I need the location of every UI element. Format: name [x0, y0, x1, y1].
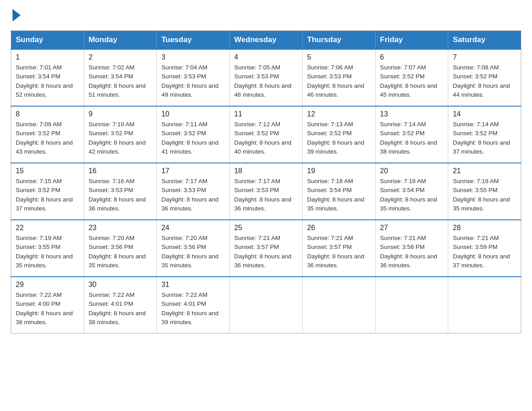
- day-info: Sunrise: 7:21 AMSunset: 3:58 PMDaylight:…: [380, 234, 444, 270]
- calendar-cell: 4 Sunrise: 7:05 AMSunset: 3:53 PMDayligh…: [230, 49, 303, 106]
- calendar-cell: 10 Sunrise: 7:11 AMSunset: 3:52 PMDaylig…: [157, 106, 230, 163]
- day-info: Sunrise: 7:15 AMSunset: 3:52 PMDaylight:…: [16, 177, 79, 213]
- calendar-week-row: 22 Sunrise: 7:19 AMSunset: 3:55 PMDaylig…: [11, 220, 521, 277]
- day-info: Sunrise: 7:22 AMSunset: 4:01 PMDaylight:…: [89, 291, 152, 327]
- calendar-header-friday: Friday: [375, 31, 448, 50]
- day-number: 25: [234, 224, 298, 232]
- calendar-cell: 9 Sunrise: 7:10 AMSunset: 3:52 PMDayligh…: [84, 106, 157, 163]
- day-info: Sunrise: 7:18 AMSunset: 3:54 PMDaylight:…: [380, 177, 444, 213]
- day-number: 20: [380, 167, 444, 175]
- day-info: Sunrise: 7:11 AMSunset: 3:52 PMDaylight:…: [161, 120, 225, 156]
- day-info: Sunrise: 7:20 AMSunset: 3:56 PMDaylight:…: [89, 234, 152, 270]
- day-number: 27: [380, 224, 444, 232]
- calendar-header-thursday: Thursday: [302, 31, 375, 50]
- day-number: 8: [16, 110, 79, 118]
- calendar-header-sunday: Sunday: [11, 31, 84, 50]
- calendar-header-wednesday: Wednesday: [230, 31, 303, 50]
- day-info: Sunrise: 7:21 AMSunset: 3:57 PMDaylight:…: [234, 234, 298, 270]
- day-info: Sunrise: 7:14 AMSunset: 3:52 PMDaylight:…: [380, 120, 444, 156]
- calendar-cell: 25 Sunrise: 7:21 AMSunset: 3:57 PMDaylig…: [230, 220, 303, 277]
- calendar-week-row: 29 Sunrise: 7:22 AMSunset: 4:00 PMDaylig…: [11, 277, 521, 334]
- day-info: Sunrise: 7:12 AMSunset: 3:52 PMDaylight:…: [234, 120, 298, 156]
- day-number: 7: [453, 53, 516, 61]
- calendar-header-tuesday: Tuesday: [157, 31, 230, 50]
- day-number: 4: [234, 53, 298, 61]
- calendar-cell: 15 Sunrise: 7:15 AMSunset: 3:52 PMDaylig…: [11, 163, 84, 220]
- day-number: 26: [307, 224, 371, 232]
- calendar-cell: 8 Sunrise: 7:09 AMSunset: 3:52 PMDayligh…: [11, 106, 84, 163]
- calendar-cell: 18 Sunrise: 7:17 AMSunset: 3:53 PMDaylig…: [230, 163, 303, 220]
- day-info: Sunrise: 7:13 AMSunset: 3:52 PMDaylight:…: [307, 120, 371, 156]
- calendar-cell: 3 Sunrise: 7:04 AMSunset: 3:53 PMDayligh…: [157, 49, 230, 106]
- day-number: 14: [453, 110, 516, 118]
- calendar-cell: 23 Sunrise: 7:20 AMSunset: 3:56 PMDaylig…: [84, 220, 157, 277]
- day-number: 19: [307, 167, 371, 175]
- day-number: 29: [16, 281, 79, 289]
- calendar-cell: 21 Sunrise: 7:19 AMSunset: 3:55 PMDaylig…: [448, 163, 521, 220]
- day-number: 15: [16, 167, 79, 175]
- calendar-cell: 20 Sunrise: 7:18 AMSunset: 3:54 PMDaylig…: [375, 163, 448, 220]
- logo-arrow-icon: [13, 9, 21, 21]
- calendar-cell: 26 Sunrise: 7:21 AMSunset: 3:57 PMDaylig…: [302, 220, 375, 277]
- day-number: 13: [380, 110, 444, 118]
- calendar-cell: 6 Sunrise: 7:07 AMSunset: 3:52 PMDayligh…: [375, 49, 448, 106]
- day-number: 10: [161, 110, 225, 118]
- day-number: 2: [89, 53, 152, 61]
- calendar-table: SundayMondayTuesdayWednesdayThursdayFrid…: [11, 30, 521, 334]
- day-number: 30: [89, 281, 152, 289]
- day-info: Sunrise: 7:22 AMSunset: 4:01 PMDaylight:…: [161, 291, 225, 327]
- day-info: Sunrise: 7:02 AMSunset: 3:54 PMDaylight:…: [89, 63, 152, 99]
- day-info: Sunrise: 7:17 AMSunset: 3:53 PMDaylight:…: [161, 177, 225, 213]
- day-info: Sunrise: 7:04 AMSunset: 3:53 PMDaylight:…: [161, 63, 225, 99]
- day-info: Sunrise: 7:16 AMSunset: 3:53 PMDaylight:…: [89, 177, 152, 213]
- day-info: Sunrise: 7:09 AMSunset: 3:52 PMDaylight:…: [16, 120, 79, 156]
- calendar-cell: 2 Sunrise: 7:02 AMSunset: 3:54 PMDayligh…: [84, 49, 157, 106]
- logo: [11, 11, 21, 21]
- day-info: Sunrise: 7:14 AMSunset: 3:52 PMDaylight:…: [453, 120, 516, 156]
- calendar-cell: 19 Sunrise: 7:18 AMSunset: 3:54 PMDaylig…: [302, 163, 375, 220]
- day-number: 11: [234, 110, 298, 118]
- day-info: Sunrise: 7:17 AMSunset: 3:53 PMDaylight:…: [234, 177, 298, 213]
- day-info: Sunrise: 7:18 AMSunset: 3:54 PMDaylight:…: [307, 177, 371, 213]
- calendar-cell: 17 Sunrise: 7:17 AMSunset: 3:53 PMDaylig…: [157, 163, 230, 220]
- calendar-cell: [230, 277, 303, 334]
- day-info: Sunrise: 7:07 AMSunset: 3:52 PMDaylight:…: [380, 63, 444, 99]
- calendar-cell: 30 Sunrise: 7:22 AMSunset: 4:01 PMDaylig…: [84, 277, 157, 334]
- calendar-cell: [448, 277, 521, 334]
- calendar-cell: 12 Sunrise: 7:13 AMSunset: 3:52 PMDaylig…: [302, 106, 375, 163]
- calendar-cell: 13 Sunrise: 7:14 AMSunset: 3:52 PMDaylig…: [375, 106, 448, 163]
- day-number: 31: [161, 281, 225, 289]
- calendar-cell: 22 Sunrise: 7:19 AMSunset: 3:55 PMDaylig…: [11, 220, 84, 277]
- calendar-cell: 1 Sunrise: 7:01 AMSunset: 3:54 PMDayligh…: [11, 49, 84, 106]
- day-number: 6: [380, 53, 444, 61]
- calendar-cell: 5 Sunrise: 7:06 AMSunset: 3:53 PMDayligh…: [302, 49, 375, 106]
- day-info: Sunrise: 7:19 AMSunset: 3:55 PMDaylight:…: [453, 177, 516, 213]
- day-info: Sunrise: 7:21 AMSunset: 3:57 PMDaylight:…: [307, 234, 371, 270]
- day-number: 22: [16, 224, 79, 232]
- day-number: 28: [453, 224, 516, 232]
- day-info: Sunrise: 7:06 AMSunset: 3:53 PMDaylight:…: [307, 63, 371, 99]
- day-info: Sunrise: 7:19 AMSunset: 3:55 PMDaylight:…: [16, 234, 79, 270]
- calendar-header-row: SundayMondayTuesdayWednesdayThursdayFrid…: [11, 31, 521, 50]
- calendar-cell: 28 Sunrise: 7:21 AMSunset: 3:59 PMDaylig…: [448, 220, 521, 277]
- day-info: Sunrise: 7:21 AMSunset: 3:59 PMDaylight:…: [453, 234, 516, 270]
- calendar-week-row: 8 Sunrise: 7:09 AMSunset: 3:52 PMDayligh…: [11, 106, 521, 163]
- calendar-header-monday: Monday: [84, 31, 157, 50]
- calendar-cell: 14 Sunrise: 7:14 AMSunset: 3:52 PMDaylig…: [448, 106, 521, 163]
- day-number: 9: [89, 110, 152, 118]
- day-number: 21: [453, 167, 516, 175]
- day-info: Sunrise: 7:10 AMSunset: 3:52 PMDaylight:…: [89, 120, 152, 156]
- day-number: 24: [161, 224, 225, 232]
- day-number: 16: [89, 167, 152, 175]
- day-info: Sunrise: 7:05 AMSunset: 3:53 PMDaylight:…: [234, 63, 298, 99]
- day-number: 5: [307, 53, 371, 61]
- calendar-week-row: 15 Sunrise: 7:15 AMSunset: 3:52 PMDaylig…: [11, 163, 521, 220]
- calendar-cell: 31 Sunrise: 7:22 AMSunset: 4:01 PMDaylig…: [157, 277, 230, 334]
- day-number: 1: [16, 53, 79, 61]
- day-info: Sunrise: 7:20 AMSunset: 3:56 PMDaylight:…: [161, 234, 225, 270]
- page-header: [11, 11, 521, 21]
- calendar-cell: 7 Sunrise: 7:08 AMSunset: 3:52 PMDayligh…: [448, 49, 521, 106]
- calendar-cell: 16 Sunrise: 7:16 AMSunset: 3:53 PMDaylig…: [84, 163, 157, 220]
- day-number: 18: [234, 167, 298, 175]
- calendar-cell: 11 Sunrise: 7:12 AMSunset: 3:52 PMDaylig…: [230, 106, 303, 163]
